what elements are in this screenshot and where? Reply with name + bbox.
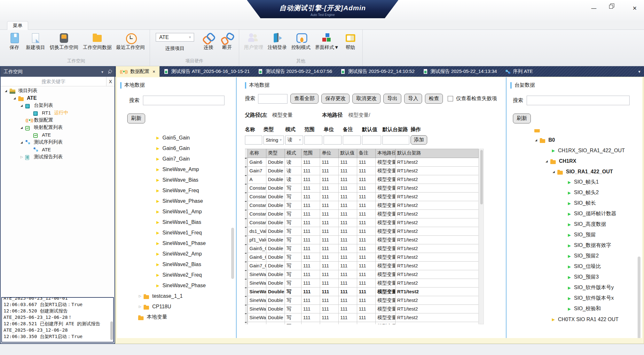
grid-cell[interactable]: 111 xyxy=(302,253,320,262)
grid-cell[interactable]: Constant5 xyxy=(248,218,266,227)
grid-cell[interactable]: Gain7 xyxy=(248,167,266,175)
row-header-cell[interactable] xyxy=(245,279,248,288)
grid-cell[interactable]: Double xyxy=(266,296,285,305)
grid-cell[interactable]: RT1/test2 xyxy=(396,313,479,322)
tree-item[interactable]: ▶SineWave_Freq xyxy=(120,185,236,196)
grid-cell[interactable]: 111 xyxy=(320,253,339,262)
grid-cell[interactable]: 111 xyxy=(357,167,376,175)
grid-cell[interactable]: 写 xyxy=(285,193,302,201)
cancel-changes-button[interactable]: 取消更改 xyxy=(352,94,381,104)
grid-cell[interactable]: 模型变量/ xyxy=(376,270,396,279)
grid-cell[interactable]: 111 xyxy=(339,305,357,313)
tree-item[interactable]: ▶SineWave2_Amp xyxy=(120,248,236,259)
grid-column-header[interactable]: 默认值 xyxy=(339,149,357,158)
row-header-cell[interactable] xyxy=(245,201,248,210)
grid-cell[interactable]: RT1/test2 xyxy=(396,305,479,313)
grid-cell[interactable]: 模型变量/ xyxy=(376,244,396,253)
grid-cell[interactable]: Double xyxy=(266,270,285,279)
grid-cell[interactable]: 111 xyxy=(320,201,339,210)
grid-cell[interactable]: 写 xyxy=(285,270,302,279)
form-note-input[interactable] xyxy=(343,136,361,145)
expander-icon[interactable]: ◢ xyxy=(5,89,10,92)
bench-refresh-button[interactable]: 刷新 xyxy=(513,114,531,123)
grid-cell[interactable]: 模型变量/ xyxy=(376,175,396,184)
row-header-cell[interactable] xyxy=(245,288,248,296)
tree-item[interactable]: ▶SIO_预留 xyxy=(510,230,642,240)
tree-item[interactable]: ▶SineWave1_Freq xyxy=(120,227,236,238)
grid-cell[interactable]: 111 xyxy=(357,218,376,227)
grid-cell[interactable]: 111 xyxy=(302,218,320,227)
row-header-cell[interactable] xyxy=(245,296,248,305)
grid-cell[interactable]: 模型变量/ xyxy=(376,210,396,218)
grid-cell[interactable]: RT1/test2 xyxy=(396,193,479,201)
expander-icon[interactable]: ▷ xyxy=(20,155,25,159)
row-header-cell[interactable] xyxy=(245,305,248,313)
grid-cell[interactable]: 模型变量/ xyxy=(376,218,396,227)
grid-cell[interactable]: 111 xyxy=(339,227,357,236)
grid-cell[interactable]: 111 xyxy=(302,288,320,296)
tree-item[interactable]: ▶SIO_预留3 xyxy=(510,272,642,282)
tree-item[interactable]: ◢CH1RX xyxy=(510,156,642,166)
grid-cell[interactable]: 111 xyxy=(339,175,357,184)
add-button[interactable]: 添加 xyxy=(411,135,427,145)
grid-cell[interactable]: RT1/test2 xyxy=(396,227,479,236)
grid-cell[interactable]: 111 xyxy=(357,201,376,210)
grid-cell[interactable]: 模型变量/ xyxy=(376,167,396,175)
expander-icon[interactable]: ◢ xyxy=(20,126,25,129)
row-header-cell[interactable] xyxy=(245,270,248,279)
grid-cell[interactable]: 模型变量/ xyxy=(376,201,396,210)
grid-cell[interactable]: RT1/test2 xyxy=(396,262,479,270)
bench-tree-scrollbar[interactable] xyxy=(638,256,640,338)
grid-cell[interactable]: 写 xyxy=(285,244,302,253)
grid-cell[interactable]: 111 xyxy=(320,210,339,218)
minimize-button[interactable]: — xyxy=(589,4,599,12)
grid-cell[interactable]: Double xyxy=(266,210,285,218)
form-name-input[interactable] xyxy=(245,136,262,145)
grid-cell[interactable]: RT1/test2 xyxy=(396,288,479,296)
tab-data-config[interactable]: (())数据配置× xyxy=(116,66,160,77)
grid-cell[interactable]: 写 xyxy=(285,218,302,227)
grid-cell[interactable]: Constant2 xyxy=(248,193,266,201)
grid-cell[interactable]: 写 xyxy=(285,279,302,288)
grid-cell[interactable]: Constant1 xyxy=(248,184,266,193)
check-button[interactable]: 检查 xyxy=(425,94,443,104)
grid-cell[interactable]: 111 xyxy=(357,227,376,236)
grid-column-header[interactable]: 本地路径 xyxy=(376,149,396,158)
grid-cell[interactable]: 111 xyxy=(339,218,357,227)
workspace-data-button[interactable]: 工作空间数据 xyxy=(81,32,114,51)
link-button[interactable]: 连接 xyxy=(199,32,218,51)
grid-cell[interactable]: Double xyxy=(266,227,285,236)
grid-cell[interactable]: Gain6 xyxy=(248,158,266,167)
bench-search-input[interactable] xyxy=(527,96,630,105)
row-header-cell[interactable] xyxy=(245,253,248,262)
tree-item[interactable]: ▶SIO_信噪比 xyxy=(510,261,642,272)
grid-cell[interactable]: 111 xyxy=(357,175,376,184)
grid-cell[interactable]: RT1/test2 xyxy=(396,210,479,218)
grid-cell[interactable]: SineWave xyxy=(248,270,266,279)
grid-cell[interactable]: 111 xyxy=(302,175,320,184)
tree-item[interactable]: ▶SineWave1_Bias xyxy=(120,217,236,227)
table-search-input[interactable] xyxy=(258,94,287,104)
tree-item[interactable]: ▶SineWave2_Phase xyxy=(120,280,236,291)
grid-cell[interactable]: RT1/test2 xyxy=(396,244,479,253)
tree-item[interactable]: ▷CP118U xyxy=(120,301,236,312)
grid-cell[interactable]: Double xyxy=(266,158,285,167)
grid-column-header[interactable]: 类型 xyxy=(266,149,285,158)
grid-cell[interactable]: pf1_Value xyxy=(248,236,266,244)
filter-failed-checkbox[interactable] xyxy=(448,96,453,101)
pin-icon[interactable] xyxy=(107,69,113,75)
row-header-cell[interactable] xyxy=(245,193,248,201)
grid-cell[interactable]: 111 xyxy=(339,236,357,244)
expander-icon[interactable]: ▷ xyxy=(139,305,144,308)
grid-scrollbar[interactable] xyxy=(479,149,484,324)
grid-cell[interactable]: SineWave xyxy=(248,296,266,305)
grid-cell[interactable]: 111 xyxy=(339,322,357,324)
tree-item[interactable]: ▶SIO_循环帧计数器 xyxy=(510,209,642,219)
grid-cell[interactable]: 111 xyxy=(320,236,339,244)
grid-column-header[interactable]: 范围 xyxy=(302,149,320,158)
grid-cell[interactable]: 111 xyxy=(302,201,320,210)
grid-cell[interactable]: 111 xyxy=(357,236,376,244)
grid-cell[interactable]: RT1/test2 xyxy=(396,236,479,244)
grid-cell[interactable]: 读 xyxy=(285,158,302,167)
tree-item[interactable]: ▶SineWave2_Bias xyxy=(120,259,236,270)
